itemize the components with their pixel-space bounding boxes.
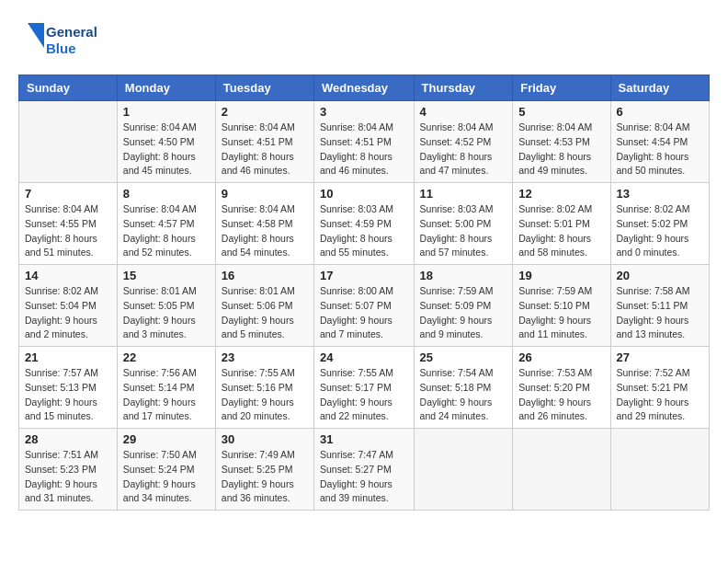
weekday-header-sunday: Sunday <box>19 75 118 101</box>
day-cell: 13Sunrise: 8:02 AMSunset: 5:02 PMDayligh… <box>610 183 709 265</box>
day-number: 30 <box>222 432 308 446</box>
day-info: Sunrise: 8:02 AMSunset: 5:01 PMDaylight:… <box>518 202 604 260</box>
day-number: 26 <box>518 350 604 364</box>
day-info: Sunrise: 7:59 AMSunset: 5:09 PMDaylight:… <box>420 284 507 342</box>
day-info: Sunrise: 7:49 AMSunset: 5:25 PMDaylight:… <box>222 448 308 506</box>
day-number: 27 <box>617 350 703 364</box>
weekday-header-friday: Friday <box>513 75 610 101</box>
day-number: 7 <box>25 187 111 201</box>
weekday-header-row: SundayMondayTuesdayWednesdayThursdayFrid… <box>19 75 710 101</box>
weekday-header-thursday: Thursday <box>414 75 513 101</box>
day-number: 16 <box>222 269 308 282</box>
day-cell: 23Sunrise: 7:55 AMSunset: 5:16 PMDayligh… <box>215 347 313 429</box>
day-cell: 4Sunrise: 8:04 AMSunset: 4:52 PMDaylight… <box>414 101 513 183</box>
day-cell: 26Sunrise: 7:53 AMSunset: 5:20 PMDayligh… <box>513 347 610 429</box>
logo-svg: GeneralBlue <box>18 18 101 60</box>
day-number: 3 <box>320 105 408 119</box>
day-number: 15 <box>123 269 210 282</box>
day-info: Sunrise: 7:55 AMSunset: 5:16 PMDaylight:… <box>222 366 308 424</box>
day-info: Sunrise: 7:55 AMSunset: 5:17 PMDaylight:… <box>320 366 408 424</box>
day-cell: 9Sunrise: 8:04 AMSunset: 4:58 PMDaylight… <box>215 183 313 265</box>
week-row-4: 21Sunrise: 7:57 AMSunset: 5:13 PMDayligh… <box>19 347 710 429</box>
week-row-2: 7Sunrise: 8:04 AMSunset: 4:55 PMDaylight… <box>19 183 710 265</box>
day-number: 20 <box>617 269 703 282</box>
day-info: Sunrise: 7:57 AMSunset: 5:13 PMDaylight:… <box>25 366 111 424</box>
day-number: 13 <box>617 187 703 201</box>
day-info: Sunrise: 8:02 AMSunset: 5:02 PMDaylight:… <box>617 202 703 260</box>
day-info: Sunrise: 8:01 AMSunset: 5:05 PMDaylight:… <box>123 284 210 342</box>
day-cell <box>19 101 118 183</box>
day-number: 21 <box>25 350 111 364</box>
svg-marker-0 <box>28 23 44 48</box>
week-row-1: 1Sunrise: 8:04 AMSunset: 4:50 PMDaylight… <box>19 101 710 183</box>
day-cell: 15Sunrise: 8:01 AMSunset: 5:05 PMDayligh… <box>117 265 215 347</box>
day-number: 31 <box>320 432 408 446</box>
day-cell: 30Sunrise: 7:49 AMSunset: 5:25 PMDayligh… <box>215 429 313 511</box>
day-info: Sunrise: 8:02 AMSunset: 5:04 PMDaylight:… <box>25 284 111 342</box>
day-info: Sunrise: 8:04 AMSunset: 4:55 PMDaylight:… <box>25 202 111 260</box>
week-row-5: 28Sunrise: 7:51 AMSunset: 5:23 PMDayligh… <box>19 429 710 511</box>
day-info: Sunrise: 8:04 AMSunset: 4:54 PMDaylight:… <box>617 121 703 178</box>
svg-text:General: General <box>46 24 97 40</box>
weekday-header-saturday: Saturday <box>610 75 709 101</box>
day-cell: 31Sunrise: 7:47 AMSunset: 5:27 PMDayligh… <box>314 429 415 511</box>
day-cell: 25Sunrise: 7:54 AMSunset: 5:18 PMDayligh… <box>414 347 513 429</box>
day-info: Sunrise: 7:50 AMSunset: 5:24 PMDaylight:… <box>123 448 210 506</box>
day-number: 2 <box>222 105 308 119</box>
day-number: 8 <box>123 187 210 201</box>
day-info: Sunrise: 7:56 AMSunset: 5:14 PMDaylight:… <box>123 366 210 424</box>
day-info: Sunrise: 7:51 AMSunset: 5:23 PMDaylight:… <box>25 448 111 506</box>
day-info: Sunrise: 7:54 AMSunset: 5:18 PMDaylight:… <box>420 366 507 424</box>
day-info: Sunrise: 8:04 AMSunset: 4:51 PMDaylight:… <box>320 121 408 178</box>
day-info: Sunrise: 7:47 AMSunset: 5:27 PMDaylight:… <box>320 448 408 506</box>
week-row-3: 14Sunrise: 8:02 AMSunset: 5:04 PMDayligh… <box>19 265 710 347</box>
weekday-header-wednesday: Wednesday <box>314 75 415 101</box>
day-cell: 29Sunrise: 7:50 AMSunset: 5:24 PMDayligh… <box>117 429 215 511</box>
day-cell: 11Sunrise: 8:03 AMSunset: 5:00 PMDayligh… <box>414 183 513 265</box>
day-info: Sunrise: 7:58 AMSunset: 5:11 PMDaylight:… <box>617 284 703 342</box>
day-cell: 19Sunrise: 7:59 AMSunset: 5:10 PMDayligh… <box>513 265 610 347</box>
day-info: Sunrise: 8:01 AMSunset: 5:06 PMDaylight:… <box>222 284 308 342</box>
day-cell: 22Sunrise: 7:56 AMSunset: 5:14 PMDayligh… <box>117 347 215 429</box>
day-number: 10 <box>320 187 408 201</box>
day-cell: 27Sunrise: 7:52 AMSunset: 5:21 PMDayligh… <box>610 347 709 429</box>
day-info: Sunrise: 7:52 AMSunset: 5:21 PMDaylight:… <box>617 366 703 424</box>
page-header: GeneralBlue <box>18 18 710 60</box>
day-number: 17 <box>320 269 408 282</box>
day-info: Sunrise: 8:03 AMSunset: 4:59 PMDaylight:… <box>320 202 408 260</box>
day-cell: 24Sunrise: 7:55 AMSunset: 5:17 PMDayligh… <box>314 347 415 429</box>
day-number: 24 <box>320 350 408 364</box>
day-cell: 10Sunrise: 8:03 AMSunset: 4:59 PMDayligh… <box>314 183 415 265</box>
day-cell: 1Sunrise: 8:04 AMSunset: 4:50 PMDaylight… <box>117 101 215 183</box>
day-number: 12 <box>518 187 604 201</box>
day-number: 5 <box>518 105 604 119</box>
logo: GeneralBlue <box>18 18 101 60</box>
day-number: 23 <box>222 350 308 364</box>
day-number: 9 <box>222 187 308 201</box>
svg-text:Blue: Blue <box>46 40 76 56</box>
day-cell <box>414 429 513 511</box>
day-cell: 8Sunrise: 8:04 AMSunset: 4:57 PMDaylight… <box>117 183 215 265</box>
day-cell <box>513 429 610 511</box>
day-info: Sunrise: 8:04 AMSunset: 4:53 PMDaylight:… <box>518 121 604 178</box>
day-number: 28 <box>25 432 111 446</box>
day-number: 1 <box>123 105 210 119</box>
day-cell: 18Sunrise: 7:59 AMSunset: 5:09 PMDayligh… <box>414 265 513 347</box>
day-number: 14 <box>25 269 111 282</box>
day-info: Sunrise: 8:00 AMSunset: 5:07 PMDaylight:… <box>320 284 408 342</box>
day-cell: 20Sunrise: 7:58 AMSunset: 5:11 PMDayligh… <box>610 265 709 347</box>
day-number: 19 <box>518 269 604 282</box>
day-number: 4 <box>420 105 507 119</box>
day-info: Sunrise: 8:04 AMSunset: 4:52 PMDaylight:… <box>420 121 507 178</box>
day-cell: 2Sunrise: 8:04 AMSunset: 4:51 PMDaylight… <box>215 101 313 183</box>
day-cell: 16Sunrise: 8:01 AMSunset: 5:06 PMDayligh… <box>215 265 313 347</box>
day-cell: 17Sunrise: 8:00 AMSunset: 5:07 PMDayligh… <box>314 265 415 347</box>
day-number: 18 <box>420 269 507 282</box>
day-info: Sunrise: 7:59 AMSunset: 5:10 PMDaylight:… <box>518 284 604 342</box>
day-info: Sunrise: 8:03 AMSunset: 5:00 PMDaylight:… <box>420 202 507 260</box>
weekday-header-monday: Monday <box>117 75 215 101</box>
day-info: Sunrise: 7:53 AMSunset: 5:20 PMDaylight:… <box>518 366 604 424</box>
day-number: 6 <box>617 105 703 119</box>
day-info: Sunrise: 8:04 AMSunset: 4:50 PMDaylight:… <box>123 121 210 178</box>
day-cell: 5Sunrise: 8:04 AMSunset: 4:53 PMDaylight… <box>513 101 610 183</box>
